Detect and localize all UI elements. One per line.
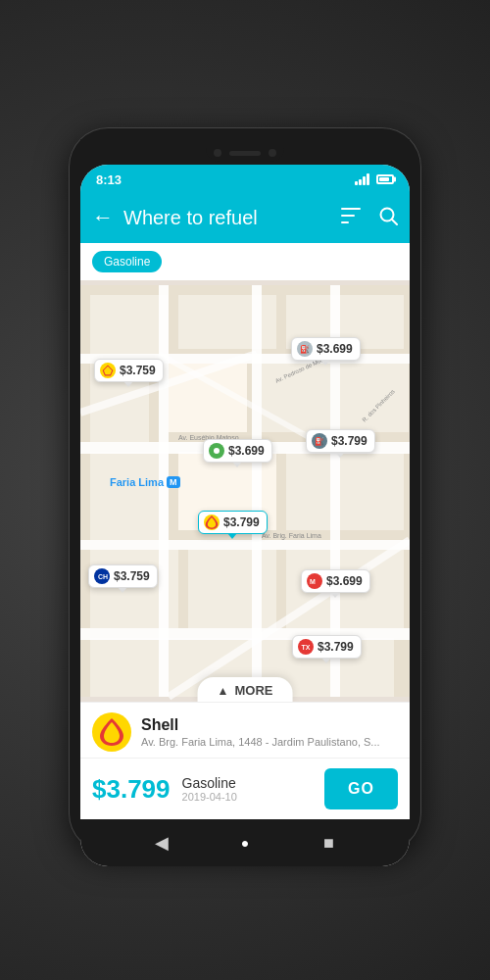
price-text-8: $3.799 (318, 640, 354, 654)
back-button[interactable]: ← (92, 207, 114, 228)
station-info: Shell Av. Brg. Faria Lima, 1448 - Jardim… (80, 703, 410, 759)
price-pin-5-selected[interactable]: $3.799 (198, 511, 268, 534)
texaco-pin-icon-8: TX (298, 639, 314, 655)
header: ← Where to refuel (80, 192, 410, 243)
station-details: Shell Av. Brg. Faria Lima, 1448 - Jardim… (141, 716, 398, 748)
price-pin-3[interactable]: $3.699 (203, 439, 272, 463)
svg-rect-7 (178, 295, 276, 349)
station-name: Shell (141, 716, 398, 734)
price-pin-4[interactable]: ⛽ $3.799 (306, 429, 375, 453)
speaker-bar (229, 151, 261, 156)
svg-text:M: M (310, 578, 316, 585)
more-label: MORE (234, 683, 272, 698)
fuel-info: Gasoline 2019-04-10 (182, 775, 314, 803)
price-pin-2[interactable]: ⛽ $3.699 (291, 337, 361, 361)
svg-line-4 (392, 220, 397, 224)
green-pin-icon-3 (209, 443, 224, 459)
generic-pin-icon-4: ⛽ (312, 433, 327, 449)
svg-line-28 (169, 540, 410, 697)
price-pin-1[interactable]: $3.759 (94, 359, 164, 382)
price-row: $3.799 Gasoline 2019-04-10 GO (80, 759, 410, 819)
shell-pin-icon-5 (204, 514, 220, 530)
camera-dot (214, 149, 221, 157)
map-area[interactable]: Av. Eusébio Matoso Av. Brig. Faria Lima … (80, 280, 410, 702)
filter-bar: Gasoline (80, 243, 410, 280)
svg-rect-1 (341, 215, 355, 217)
camera-dot-2 (269, 149, 276, 157)
mobil-pin-icon-7: M (307, 573, 322, 589)
svg-rect-25 (252, 285, 262, 697)
svg-text:Av. Brig. Faria Lima: Av. Brig. Faria Lima (262, 532, 321, 540)
svg-rect-16 (90, 550, 178, 628)
status-icons (355, 173, 394, 185)
more-button[interactable]: ▲ MORE (198, 677, 293, 702)
svg-rect-11 (262, 364, 330, 432)
go-button[interactable]: GO (324, 768, 398, 809)
svg-rect-15 (286, 452, 404, 530)
price-pin-7[interactable]: M $3.699 (301, 569, 370, 593)
status-time: 8:13 (96, 172, 122, 187)
nav-bar: ◀ ● ■ (80, 819, 410, 866)
price-text-1: $3.759 (120, 364, 156, 377)
station-address: Av. Brg. Faria Lima, 1448 - Jardim Pauli… (141, 736, 398, 748)
gas-pin-icon-2: ⛽ (297, 341, 313, 357)
phone-shell: 8:13 ← Where to refuel (69, 127, 421, 853)
shell-pin-icon-1 (100, 363, 116, 378)
bottom-card: Shell Av. Brg. Faria Lima, 1448 - Jardim… (80, 702, 410, 819)
notch-area (80, 139, 410, 165)
nav-back-button[interactable]: ◀ (148, 829, 175, 857)
price-pin-8[interactable]: TX $3.799 (292, 635, 362, 659)
page-title: Where to refuel (123, 207, 323, 229)
price-text-6: $3.759 (114, 569, 150, 583)
svg-rect-10 (169, 364, 247, 432)
more-chevron-icon: ▲ (218, 684, 229, 698)
svg-rect-0 (341, 208, 361, 210)
svg-text:CH: CH (98, 573, 108, 580)
status-bar: 8:13 (80, 165, 410, 192)
svg-rect-22 (80, 540, 410, 550)
price-text-7: $3.699 (326, 574, 363, 588)
battery-icon (376, 174, 394, 184)
svg-rect-13 (90, 452, 169, 540)
station-logo (92, 712, 131, 752)
svg-text:R. dos Pinheiros: R. dos Pinheiros (361, 388, 395, 422)
price-text-4: $3.799 (331, 434, 368, 448)
faria-lima-label: Faria Lima M (110, 476, 180, 488)
svg-text:TX: TX (302, 644, 311, 651)
filter-icon[interactable] (341, 208, 361, 228)
metro-badge: M (167, 476, 180, 488)
svg-rect-17 (188, 550, 276, 628)
price-value: $3.799 (92, 774, 171, 805)
price-text-5: $3.799 (223, 515, 260, 529)
fuel-type: Gasoline (182, 775, 314, 791)
svg-rect-6 (90, 295, 169, 354)
fuel-date: 2019-04-10 (182, 791, 314, 803)
svg-rect-12 (340, 364, 409, 432)
svg-point-35 (214, 448, 220, 454)
price-pin-6[interactable]: CH $3.759 (88, 564, 158, 588)
gasoline-chip[interactable]: Gasoline (92, 251, 162, 272)
nav-home-button[interactable]: ● (231, 829, 259, 857)
nav-recent-button[interactable]: ■ (315, 829, 342, 857)
price-text-3: $3.699 (228, 444, 265, 458)
notch (206, 144, 284, 162)
chevron-pin-icon-6: CH (94, 568, 110, 584)
price-text-2: $3.699 (317, 342, 353, 356)
svg-rect-24 (159, 285, 169, 697)
svg-rect-2 (341, 221, 349, 223)
search-icon[interactable] (378, 206, 398, 230)
signal-bars-icon (355, 173, 369, 185)
phone-screen: 8:13 ← Where to refuel (80, 165, 410, 866)
